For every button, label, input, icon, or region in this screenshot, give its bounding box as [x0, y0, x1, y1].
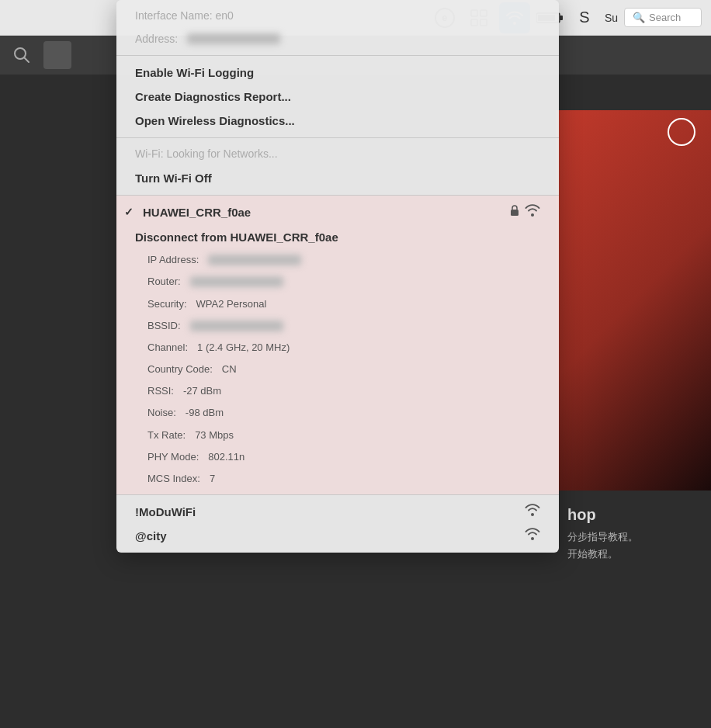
- lock-icon: [509, 204, 520, 221]
- user-text: Su: [605, 12, 618, 24]
- search-label: Search: [649, 12, 681, 23]
- looking-for-networks-item: Wi-Fi: Looking for Networks...: [116, 143, 559, 166]
- address-item: Address:: [116, 28, 559, 51]
- interface-section: Interface Name: en0 Address:: [116, 0, 559, 55]
- wifi-signal-full-icon: [525, 204, 540, 221]
- svg-rect-9: [511, 210, 519, 216]
- svg-rect-5: [560, 16, 563, 20]
- network-city-item[interactable]: @city: [116, 524, 559, 548]
- wifi-dropdown-menu: Interface Name: en0 Address: Enable Wi-F…: [116, 0, 559, 553]
- svg-line-8: [24, 57, 29, 62]
- red-circle: [668, 118, 695, 146]
- status-section: Wi-Fi: Looking for Networks... Turn Wi-F…: [116, 137, 559, 195]
- network-modu-item[interactable]: !MoDuWiFi: [116, 500, 559, 524]
- country-item: Country Code: CN: [116, 359, 559, 380]
- actions-section: Enable Wi-Fi Logging Create Diagnostics …: [116, 55, 559, 137]
- turn-wifi-off-item[interactable]: Turn Wi-Fi Off: [116, 166, 559, 190]
- security-item: Security: WPA2 Personal: [116, 293, 559, 315]
- city-wifi-signal-icon: [525, 528, 540, 544]
- noise-item: Noise: -98 dBm: [116, 402, 559, 424]
- app-text-3: 开始教程。: [567, 547, 699, 561]
- mcs-index-item: MCS Index: 7: [116, 468, 559, 490]
- app-text-1: hop: [567, 506, 699, 524]
- network-city-name: @city: [135, 528, 166, 544]
- channel-item: Channel: 1 (2.4 GHz, 20 MHz): [116, 337, 559, 359]
- interface-name-item: Interface Name: en0: [116, 5, 559, 28]
- bssid-item: BSSID:: [116, 315, 559, 337]
- toolbar-search-icon[interactable]: [8, 41, 36, 69]
- rssi-item: RSSI: -27 dBm: [116, 380, 559, 402]
- right-text-area: hop 分步指导教程。 开始教程。: [556, 494, 711, 573]
- search-magnifier-icon: 🔍: [633, 12, 645, 23]
- disconnect-item[interactable]: Disconnect from HUAWEI_CRR_f0ae: [116, 225, 559, 249]
- s-icon[interactable]: S: [571, 4, 598, 32]
- ip-address-item: IP Address:: [116, 249, 559, 271]
- connected-network-section: ✓ HUAWEI_CRR_f0ae: [116, 195, 559, 494]
- router-value-blurred: [190, 276, 283, 287]
- other-networks-section: !MoDuWiFi @city: [116, 494, 559, 553]
- tx-rate-item: Tx Rate: 73 Mbps: [116, 425, 559, 446]
- app-text-2: 分步指导教程。: [567, 530, 699, 544]
- bssid-value-blurred: [190, 321, 283, 331]
- open-wireless-item[interactable]: Open Wireless Diagnostics...: [116, 109, 559, 133]
- network-icons: [509, 204, 540, 221]
- search-bar[interactable]: 🔍 Search: [624, 8, 702, 27]
- red-gradient-area: [556, 110, 711, 491]
- toolbar-icon-2[interactable]: [43, 41, 71, 69]
- router-item: Router:: [116, 271, 559, 293]
- address-value-blurred: [187, 33, 280, 44]
- create-diagnostics-item[interactable]: Create Diagnostics Report...: [116, 85, 559, 109]
- ip-value-blurred: [208, 255, 301, 265]
- enable-wifi-logging-item[interactable]: Enable Wi-Fi Logging: [116, 61, 559, 85]
- modu-wifi-signal-icon: [525, 504, 540, 520]
- connected-network-item[interactable]: ✓ HUAWEI_CRR_f0ae: [116, 200, 559, 225]
- network-modu-name: !MoDuWiFi: [135, 504, 196, 520]
- checkmark-icon: ✓: [124, 205, 134, 220]
- phy-mode-item: PHY Mode: 802.11n: [116, 446, 559, 468]
